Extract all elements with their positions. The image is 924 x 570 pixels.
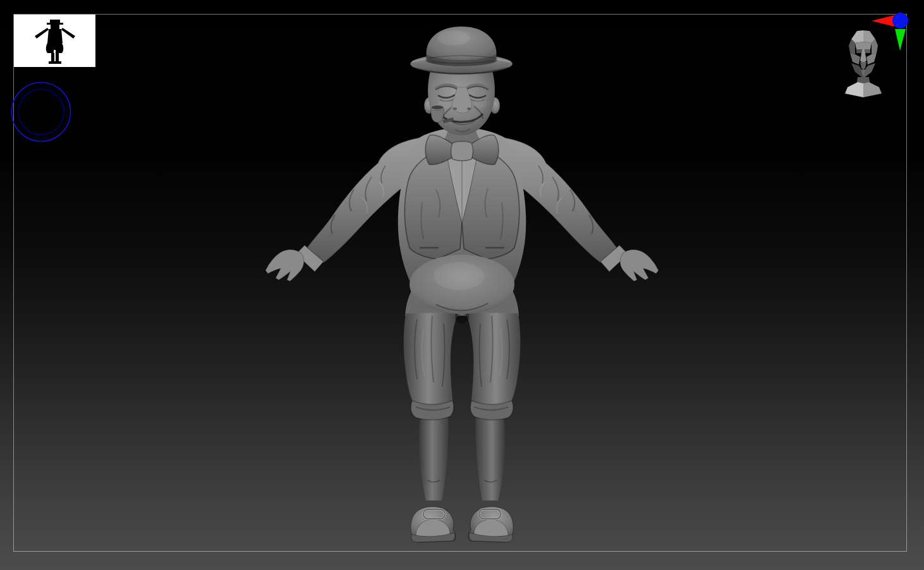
brush-outer-ring: [12, 83, 71, 142]
model-left-arm[interactable]: [265, 138, 419, 281]
brush-cursor-rings: [6, 77, 76, 147]
model-right-arm[interactable]: [505, 138, 659, 281]
axis-z-icon[interactable]: [892, 13, 908, 28]
axis-y-icon[interactable]: [895, 29, 906, 51]
model-legs[interactable]: [404, 289, 521, 542]
character-model[interactable]: [265, 27, 659, 542]
app-window: [0, 0, 924, 570]
camera-head-icon[interactable]: [842, 28, 884, 97]
axis-x-icon[interactable]: [872, 15, 894, 27]
model-hat[interactable]: [410, 27, 513, 74]
model-right-shoe[interactable]: [468, 507, 513, 542]
brush-inner-ring: [18, 89, 64, 135]
character-silhouette-icon: [14, 15, 95, 67]
model-left-shoe[interactable]: [411, 507, 456, 542]
sculpt-viewport[interactable]: [0, 0, 924, 570]
model-belly[interactable]: [410, 255, 514, 314]
preview-thumbnail: [14, 15, 95, 67]
